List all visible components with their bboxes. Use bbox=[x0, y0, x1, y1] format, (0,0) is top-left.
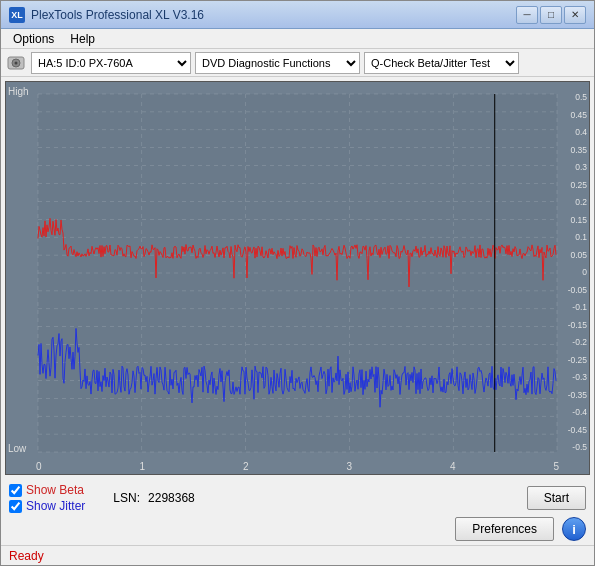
drive-icon bbox=[5, 52, 27, 74]
show-jitter-row: Show Jitter bbox=[9, 499, 85, 513]
info-button[interactable]: i bbox=[562, 517, 586, 541]
svg-point-2 bbox=[15, 61, 18, 64]
test-select[interactable]: Q-Check Beta/Jitter Test bbox=[364, 52, 519, 74]
function-select[interactable]: DVD Diagnostic Functions bbox=[195, 52, 360, 74]
bottom-bar: Show Beta Show Jitter LSN: 2298368 Start bbox=[1, 479, 594, 517]
status-bar: Ready bbox=[1, 545, 594, 565]
start-button[interactable]: Start bbox=[527, 486, 586, 510]
close-button[interactable]: ✕ bbox=[564, 6, 586, 24]
drive-select[interactable]: HA:5 ID:0 PX-760A bbox=[31, 52, 191, 74]
preferences-button[interactable]: Preferences bbox=[455, 517, 554, 541]
window-title: PlexTools Professional XL V3.16 bbox=[31, 8, 204, 22]
minimize-button[interactable]: ─ bbox=[516, 6, 538, 24]
show-beta-checkbox[interactable] bbox=[9, 484, 22, 497]
show-beta-label: Show Beta bbox=[26, 483, 84, 497]
app-icon: XL bbox=[9, 7, 25, 23]
menu-bar: Options Help bbox=[1, 29, 594, 49]
menu-help[interactable]: Help bbox=[62, 30, 103, 48]
chart-canvas bbox=[6, 82, 589, 474]
toolbar: HA:5 ID:0 PX-760A DVD Diagnostic Functio… bbox=[1, 49, 594, 77]
lsn-value: 2298368 bbox=[148, 491, 195, 505]
lsn-label: LSN: bbox=[113, 491, 140, 505]
title-buttons: ─ □ ✕ bbox=[516, 6, 586, 24]
status-text: Ready bbox=[9, 549, 44, 563]
title-bar-left: XL PlexTools Professional XL V3.16 bbox=[9, 7, 204, 23]
lsn-info: LSN: 2298368 bbox=[113, 491, 194, 505]
main-window: XL PlexTools Professional XL V3.16 ─ □ ✕… bbox=[0, 0, 595, 566]
checkbox-group: Show Beta Show Jitter bbox=[9, 483, 85, 513]
show-jitter-checkbox[interactable] bbox=[9, 500, 22, 513]
buttons-right: Start bbox=[527, 486, 586, 510]
maximize-button[interactable]: □ bbox=[540, 6, 562, 24]
chart-container: High Low 0.5 0.45 0.4 0.35 0.3 0.25 0.2 … bbox=[5, 81, 590, 475]
menu-options[interactable]: Options bbox=[5, 30, 62, 48]
preferences-bar: Preferences i bbox=[1, 517, 594, 545]
title-bar: XL PlexTools Professional XL V3.16 ─ □ ✕ bbox=[1, 1, 594, 29]
show-jitter-label: Show Jitter bbox=[26, 499, 85, 513]
show-beta-row: Show Beta bbox=[9, 483, 85, 497]
